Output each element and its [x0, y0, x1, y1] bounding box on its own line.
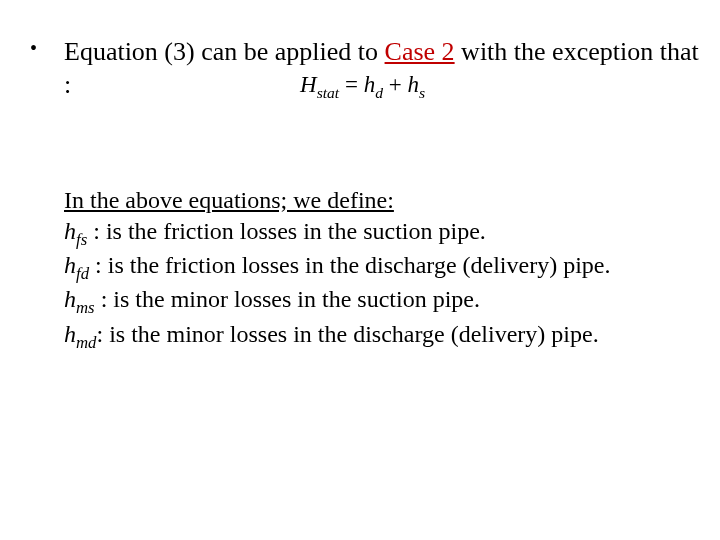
- eq-r1-var: h: [364, 72, 376, 97]
- definitions-header: In the above equations; we define:: [64, 185, 700, 216]
- def-sub: fd: [76, 264, 89, 283]
- def-text: is the friction losses in the discharge …: [108, 252, 611, 278]
- def-var: h: [64, 286, 76, 312]
- eq-lhs-sub: stat: [317, 84, 340, 101]
- slide: • Equation (3) can be applied to Case 2 …: [0, 0, 720, 540]
- eq-r1-sub: d: [375, 84, 383, 101]
- def-row-hfs: hfs : is the friction losses in the suct…: [64, 216, 700, 250]
- def-sub: ms: [76, 298, 95, 317]
- def-sep: :: [87, 218, 106, 244]
- def-row-hms: hms : is the minor losses in the suction…: [64, 284, 700, 318]
- eq-r2-var: h: [407, 72, 419, 97]
- case-2-link: Case 2: [385, 37, 455, 66]
- def-text: is the friction losses in the suction pi…: [106, 218, 486, 244]
- def-text: is the minor losses in the discharge (de…: [109, 321, 598, 347]
- eq-equals: =: [339, 72, 363, 97]
- def-sub: fs: [76, 230, 87, 249]
- eq-plus: +: [383, 72, 407, 97]
- def-sep: :: [89, 252, 108, 278]
- def-row-hfd: hfd : is the friction losses in the disc…: [64, 250, 700, 284]
- bullet-marker-icon: •: [30, 36, 37, 61]
- definitions-block: In the above equations; we define: hfs :…: [64, 185, 700, 353]
- def-text: is the minor losses in the suction pipe.: [113, 286, 480, 312]
- eq-r2-sub: s: [419, 84, 425, 101]
- def-var: h: [64, 252, 76, 278]
- def-sep: :: [95, 286, 114, 312]
- def-sub: md: [76, 332, 97, 351]
- def-var: h: [64, 218, 76, 244]
- def-sep: :: [97, 321, 110, 347]
- equation-hstat: Hstat = hd + hs: [300, 72, 425, 102]
- eq-lhs-var: H: [300, 72, 317, 97]
- def-row-hmd: hmd: is the minor losses in the discharg…: [64, 319, 700, 353]
- def-var: h: [64, 321, 76, 347]
- bullet-pre: Equation (3) can be applied to: [64, 37, 385, 66]
